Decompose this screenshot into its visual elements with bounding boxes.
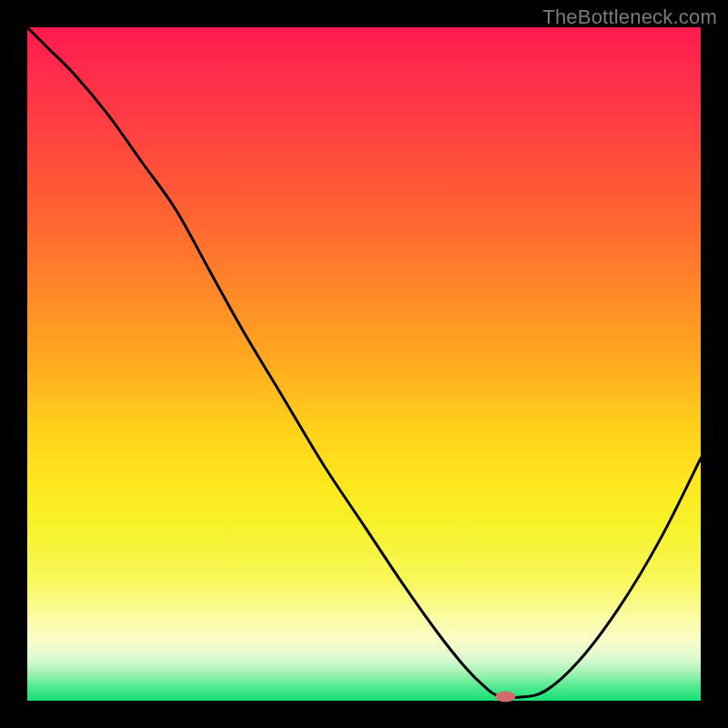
bottleneck-curve bbox=[27, 27, 701, 698]
chart-overlay bbox=[27, 27, 701, 701]
watermark-text: TheBottleneck.com bbox=[542, 5, 717, 29]
chart-stage: TheBottleneck.com bbox=[0, 0, 728, 728]
optimum-marker bbox=[495, 692, 515, 703]
plot-area bbox=[27, 27, 701, 701]
